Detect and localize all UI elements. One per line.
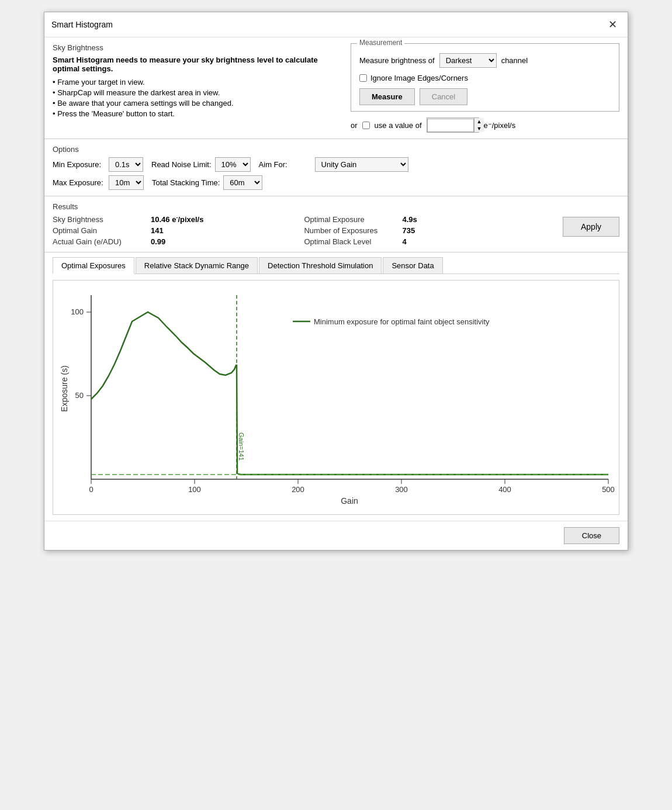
sky-brightness-left: Sky Brightness Smart Histogram needs to … bbox=[53, 43, 339, 133]
y-axis-label: Exposure (s) bbox=[60, 366, 69, 412]
optimal-black-value: 4 bbox=[402, 237, 550, 246]
value-spinner[interactable]: ▲ ▼ bbox=[427, 117, 479, 133]
gain-marker-label: Gain=141 bbox=[238, 432, 245, 461]
x-tick-label-400: 400 bbox=[498, 485, 511, 494]
results-section: Results Sky Brightness 10.46 e-/pixel/s … bbox=[44, 196, 628, 252]
measurement-box-title: Measurement bbox=[357, 39, 404, 47]
num-exposures-value: 735 bbox=[402, 226, 550, 235]
dialog-title: Smart Histogram bbox=[51, 20, 113, 29]
min-exposure-select[interactable]: 0.1s 0.5s 1s 2s 5s bbox=[109, 157, 143, 172]
ignore-edges-label: Ignore Image Edges/Corners bbox=[370, 74, 468, 82]
optimal-exposure-value: 4.9s bbox=[402, 215, 550, 224]
aim-for-select[interactable]: Unity Gain Best Dynamic Range Best SNR bbox=[315, 157, 408, 172]
sky-brightness-right: Measurement Measure brightness of Darkes… bbox=[351, 43, 619, 133]
measure-brightness-label: Measure brightness of bbox=[359, 56, 435, 65]
chart-area: 0 100 200 300 400 500 Gain bbox=[44, 274, 628, 521]
read-noise-item: Read Noise Limit: 5% 10% 15% 20% bbox=[151, 157, 251, 172]
num-exposures-label: Number of Exposures bbox=[304, 226, 397, 235]
or-row: or use a value of ▲ ▼ e⁻/pixel/s bbox=[351, 117, 619, 133]
legend-label: Minimum exposure for optimal faint objec… bbox=[314, 317, 490, 326]
measurement-box: Measurement Measure brightness of Darkes… bbox=[351, 43, 619, 112]
actual-gain-label: Actual Gain (e/ADU) bbox=[53, 237, 146, 246]
apply-btn-container: Apply bbox=[563, 214, 619, 237]
tab-detection-threshold[interactable]: Detection Threshold Simulation bbox=[259, 257, 382, 274]
actual-gain-value: 0.99 bbox=[151, 237, 299, 246]
min-exposure-label: Min Exposure: bbox=[53, 160, 105, 169]
tabs-section: Optimal Exposures Relative Stack Dynamic… bbox=[44, 252, 628, 274]
close-dialog-button[interactable]: Close bbox=[564, 527, 619, 544]
results-left: Sky Brightness 10.46 e-/pixel/s Optimal … bbox=[53, 214, 551, 246]
x-tick-label-100: 100 bbox=[188, 485, 201, 494]
optimal-gain-value: 141 bbox=[151, 226, 299, 235]
tab-optimal-exposures[interactable]: Optimal Exposures bbox=[53, 257, 134, 274]
sky-brightness-description: Smart Histogram needs to measure your sk… bbox=[53, 56, 339, 73]
bullet-4: • Press the 'Measure' button to start. bbox=[53, 109, 339, 118]
ignore-edges-checkbox[interactable] bbox=[359, 74, 367, 82]
aim-for-label: Aim For: bbox=[259, 160, 311, 169]
tab-sensor-data[interactable]: Sensor Data bbox=[383, 257, 442, 274]
max-exposure-select[interactable]: 5m 10m 15m 30m 60m bbox=[109, 175, 144, 190]
tab-relative-stack[interactable]: Relative Stack Dynamic Range bbox=[136, 257, 258, 274]
measure-btn-row: Measure Cancel bbox=[359, 88, 611, 105]
footer: Close bbox=[44, 521, 628, 550]
window-close-button[interactable]: ✕ bbox=[605, 17, 621, 32]
sky-brightness-label: Sky Brightness bbox=[53, 43, 339, 52]
options-section: Options Min Exposure: 0.1s 0.5s 1s 2s 5s… bbox=[44, 139, 628, 196]
optimal-exposure-label: Optimal Exposure bbox=[304, 215, 397, 224]
measure-brightness-row: Measure brightness of Darkest Red Green … bbox=[359, 53, 611, 68]
spinner-buttons: ▲ ▼ bbox=[474, 118, 484, 132]
x-tick-label-300: 300 bbox=[395, 485, 408, 494]
bullet-1: • Frame your target in view. bbox=[53, 78, 339, 86]
y-tick-label-50: 50 bbox=[75, 391, 84, 400]
aim-for-item: Aim For: Unity Gain Best Dynamic Range B… bbox=[259, 157, 408, 172]
options-grid: Min Exposure: 0.1s 0.5s 1s 2s 5s Read No… bbox=[53, 157, 619, 190]
results-rows: Sky Brightness 10.46 e-/pixel/s Optimal … bbox=[53, 214, 551, 246]
min-exposure-item: Min Exposure: 0.1s 0.5s 1s 2s 5s bbox=[53, 157, 143, 172]
sky-brightness-value: 10.46 e-/pixel/s bbox=[151, 214, 299, 224]
sky-brightness-bullets: • Frame your target in view. • SharpCap … bbox=[53, 78, 339, 118]
unit-label: e⁻/pixel/s bbox=[484, 121, 516, 130]
total-stacking-select[interactable]: 30m 60m 90m 120m bbox=[223, 175, 262, 190]
ignore-edges-row: Ignore Image Edges/Corners bbox=[359, 74, 611, 82]
use-value-label: use a value of bbox=[375, 121, 422, 130]
optimal-gain-label: Optimal Gain bbox=[53, 226, 146, 235]
title-bar: Smart Histogram ✕ bbox=[44, 12, 628, 37]
chart-container: 0 100 200 300 400 500 Gain bbox=[53, 280, 619, 515]
y-tick-label-100: 100 bbox=[71, 307, 84, 316]
channel-select[interactable]: Darkest Red Green Blue Luminance bbox=[439, 53, 497, 68]
max-exposure-item: Max Exposure: 5m 10m 15m 30m 60m bbox=[53, 175, 144, 190]
or-label: or bbox=[351, 121, 358, 130]
channel-label: channel bbox=[501, 56, 528, 65]
results-label: Results bbox=[53, 202, 619, 211]
x-tick-label-0: 0 bbox=[89, 485, 93, 494]
smart-histogram-dialog: Smart Histogram ✕ Sky Brightness Smart H… bbox=[44, 12, 628, 551]
x-tick-label-500: 500 bbox=[602, 485, 615, 494]
read-noise-label: Read Noise Limit: bbox=[151, 160, 212, 169]
value-spinner-input[interactable] bbox=[427, 119, 474, 132]
tabs-bar: Optimal Exposures Relative Stack Dynamic… bbox=[53, 257, 619, 274]
total-stacking-label: Total Stacking Time: bbox=[152, 178, 220, 187]
bullet-3: • Be aware that your camera settings wil… bbox=[53, 99, 339, 108]
apply-button[interactable]: Apply bbox=[563, 217, 619, 237]
sky-brightness-label: Sky Brightness bbox=[53, 215, 146, 224]
use-value-checkbox[interactable] bbox=[362, 122, 370, 129]
read-noise-select[interactable]: 5% 10% 15% 20% bbox=[215, 157, 251, 172]
max-exposure-label: Max Exposure: bbox=[53, 178, 105, 187]
spinner-down[interactable]: ▼ bbox=[474, 125, 484, 132]
x-tick-label-200: 200 bbox=[292, 485, 304, 494]
cancel-button[interactable]: Cancel bbox=[420, 88, 467, 105]
bullet-2: • SharpCap will measure the darkest area… bbox=[53, 88, 339, 97]
total-stacking-item: Total Stacking Time: 30m 60m 90m 120m bbox=[152, 175, 262, 190]
options-label: Options bbox=[53, 145, 619, 154]
spinner-up[interactable]: ▲ bbox=[474, 118, 484, 125]
exposure-curve bbox=[91, 312, 608, 475]
sky-brightness-section: Sky Brightness Smart Histogram needs to … bbox=[44, 37, 628, 139]
options-row-2: Max Exposure: 5m 10m 15m 30m 60m Total S… bbox=[53, 175, 619, 190]
measure-button[interactable]: Measure bbox=[359, 88, 415, 105]
results-grid: Sky Brightness 10.46 e-/pixel/s Optimal … bbox=[53, 214, 551, 246]
options-row-1: Min Exposure: 0.1s 0.5s 1s 2s 5s Read No… bbox=[53, 157, 619, 172]
x-axis-label: Gain bbox=[341, 496, 358, 506]
results-content: Sky Brightness 10.46 e-/pixel/s Optimal … bbox=[53, 214, 619, 246]
optimal-black-label: Optimal Black Level bbox=[304, 237, 397, 246]
chart-svg: 0 100 200 300 400 500 Gain bbox=[59, 286, 620, 508]
